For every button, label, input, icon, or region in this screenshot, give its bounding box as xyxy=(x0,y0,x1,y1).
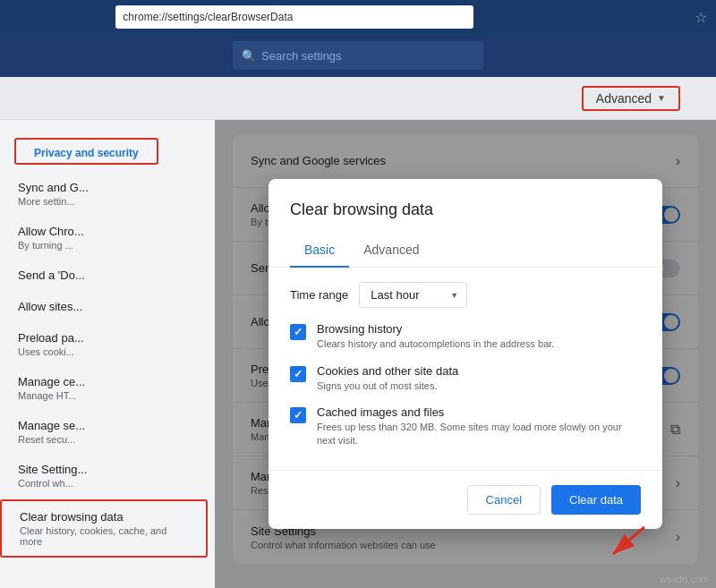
sidebar-item-title: Allow sites... xyxy=(18,300,190,313)
sidebar-item-title: Send a 'Do... xyxy=(18,268,190,282)
sidebar-item-title: Site Setting... xyxy=(18,463,190,476)
search-placeholder: Search settings xyxy=(261,49,342,63)
sidebar-item-subtitle: Clear history, cookies, cache, and more xyxy=(20,525,188,547)
cancel-button[interactable]: Cancel xyxy=(467,485,541,515)
search-icon: 🔍 xyxy=(242,49,256,63)
clear-data-button[interactable]: Clear data xyxy=(551,485,641,515)
checkbox-label: Cached images and files xyxy=(317,405,641,419)
sidebar-item-subtitle: Manage HT... xyxy=(18,390,190,401)
sidebar-item-title: Sync and G... xyxy=(18,181,190,194)
sidebar-item-sync[interactable]: Sync and G... More settin... xyxy=(0,172,208,216)
svg-line-1 xyxy=(613,527,644,554)
bookmark-icon[interactable]: ☆ xyxy=(695,9,707,26)
dialog-buttons: Cancel Clear data xyxy=(268,470,662,529)
url-bar[interactable]: chrome://settings/clearBrowserData xyxy=(115,5,473,29)
sidebar-item-subtitle: More settin... xyxy=(18,196,190,207)
search-bar-row: 🔍 Search settings xyxy=(0,34,716,77)
sidebar-item-title: Manage ce... xyxy=(18,375,190,388)
sidebar-item-subtitle: Reset secu... xyxy=(18,434,190,445)
header-nav: Advanced ▼ xyxy=(0,77,716,120)
watermark: wsxdn.com xyxy=(660,574,709,584)
checkbox-browsing-history-input[interactable] xyxy=(290,324,306,340)
sidebar-item-subtitle: Control wh... xyxy=(18,478,190,489)
sidebar-item-title: Manage se... xyxy=(18,419,190,432)
sidebar-item-title: Allow Chro... xyxy=(18,225,190,238)
tab-basic[interactable]: Basic xyxy=(290,234,349,268)
chevron-down-icon: ▼ xyxy=(657,93,666,103)
checkbox-description: Signs you out of most sites. xyxy=(317,379,641,393)
sidebar: Privacy and security Sync and G... More … xyxy=(0,120,215,588)
sidebar-item-title: Clear browsing data xyxy=(20,510,188,524)
sidebar-section-privacy[interactable]: Privacy and security xyxy=(14,138,158,165)
content-area: Privacy and security Sync and G... More … xyxy=(0,120,716,588)
sidebar-item-allow-sites[interactable]: Allow sites... xyxy=(0,291,208,322)
checkbox-browsing-history: Browsing history Clears history and auto… xyxy=(290,322,641,351)
modal-overlay: Clear browsing data Basic Advanced Time … xyxy=(215,120,716,588)
sidebar-item-title: Preload pa... xyxy=(18,331,190,345)
sidebar-item-clear-data[interactable]: Clear browsing data Clear history, cooki… xyxy=(0,499,208,558)
sidebar-item-subtitle: By turning ... xyxy=(18,240,190,251)
checkbox-cookies-input[interactable] xyxy=(290,366,306,382)
checkbox-description: Clears history and autocompletions in th… xyxy=(317,337,641,351)
tab-advanced[interactable]: Advanced xyxy=(349,234,433,268)
checkbox-cookies: Cookies and other site data Signs you ou… xyxy=(290,364,641,393)
annotation-arrow xyxy=(600,518,653,563)
modal-title: Clear browsing data xyxy=(268,179,662,219)
search-box[interactable]: 🔍 Search settings xyxy=(233,41,483,70)
sidebar-item-manage-sec[interactable]: Manage se... Reset secu... xyxy=(0,410,208,454)
checkbox-label: Browsing history xyxy=(317,322,641,336)
checkbox-cached-images: Cached images and files Frees up less th… xyxy=(290,405,641,448)
sidebar-item-preload[interactable]: Preload pa... Uses cooki... xyxy=(0,322,208,366)
address-bar: chrome://settings/clearBrowserData ☆ xyxy=(0,0,716,34)
sidebar-item-manage-cert[interactable]: Manage ce... Manage HT... xyxy=(0,366,208,410)
sidebar-item-subtitle: Uses cooki... xyxy=(18,346,190,357)
sidebar-item-dnt[interactable]: Send a 'Do... xyxy=(0,260,208,291)
checkbox-label: Cookies and other site data xyxy=(317,364,641,378)
advanced-tab-label: Advanced xyxy=(596,91,652,106)
url-text: chrome://settings/clearBrowserData xyxy=(123,11,293,23)
advanced-tab[interactable]: Advanced ▼ xyxy=(582,86,680,111)
dialog-tabs: Basic Advanced xyxy=(268,234,662,268)
sidebar-item-site-settings[interactable]: Site Setting... Control wh... xyxy=(0,454,208,498)
main-content: Sync and Google services › Allow Chrome … xyxy=(215,120,716,588)
time-range-select-wrapper[interactable]: Last hour Last 24 hours Last 7 days Last… xyxy=(359,282,467,308)
time-range-label: Time range xyxy=(290,288,348,302)
time-range-select[interactable]: Last hour Last 24 hours Last 7 days Last… xyxy=(359,282,467,308)
checkbox-description: Frees up less than 320 MB. Some sites ma… xyxy=(317,421,641,448)
checkbox-cached-images-input[interactable] xyxy=(290,407,306,423)
time-range-row: Time range Last hour Last 24 hours Last … xyxy=(290,282,641,308)
sidebar-item-allow-chrome[interactable]: Allow Chro... By turning ... xyxy=(0,216,208,260)
dialog-content: Time range Last hour Last 24 hours Last … xyxy=(268,268,662,470)
clear-browsing-data-modal: Clear browsing data Basic Advanced Time … xyxy=(268,179,662,529)
